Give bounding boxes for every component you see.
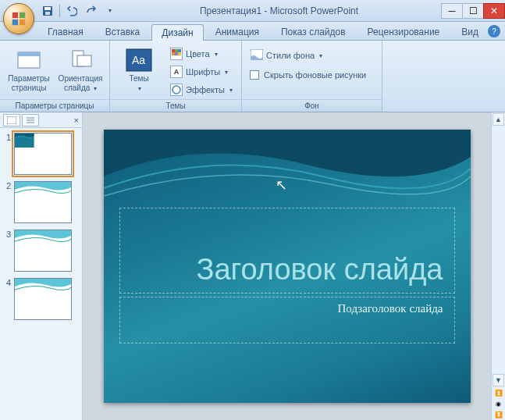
undo-icon[interactable] bbox=[65, 4, 79, 18]
tab-review[interactable]: Рецензирование bbox=[357, 23, 450, 40]
fonts-icon: A bbox=[170, 66, 183, 78]
svg-rect-13 bbox=[172, 49, 175, 52]
svg-rect-8 bbox=[18, 52, 40, 56]
fonts-button[interactable]: A Шрифты▾ bbox=[166, 63, 236, 80]
colors-label: Цвета bbox=[186, 49, 210, 59]
svg-rect-16 bbox=[172, 52, 175, 55]
svg-rect-17 bbox=[175, 52, 178, 55]
svg-rect-1 bbox=[20, 12, 25, 18]
outline-tab[interactable] bbox=[22, 114, 39, 126]
hide-bg-label: Скрыть фоновые рисунки bbox=[264, 70, 366, 80]
slide-editor[interactable]: Заголовок слайда Подзаголовок слайда ↖ bbox=[83, 112, 491, 420]
slide-thumbnail[interactable] bbox=[14, 181, 72, 223]
page-setup-label: Параметры страницы bbox=[7, 74, 51, 93]
svg-rect-3 bbox=[20, 20, 25, 25]
nav-menu-icon[interactable]: ◉ bbox=[492, 398, 505, 409]
orientation-icon bbox=[68, 46, 93, 74]
title-placeholder[interactable]: Заголовок слайда bbox=[119, 208, 455, 294]
svg-rect-6 bbox=[45, 12, 50, 15]
svg-rect-0 bbox=[12, 12, 18, 18]
office-button[interactable] bbox=[3, 3, 34, 34]
slide-thumbnail[interactable] bbox=[14, 230, 72, 272]
colors-button[interactable]: Цвета▾ bbox=[166, 45, 236, 62]
group-label-page-setup: Параметры страницы bbox=[0, 99, 109, 112]
svg-rect-10 bbox=[77, 55, 91, 66]
themes-button[interactable]: Aa Темы▾ bbox=[115, 44, 163, 99]
maximize-button[interactable]: ☐ bbox=[462, 3, 484, 19]
subtitle-text: Подзаголовок слайда bbox=[338, 302, 443, 338]
effects-button[interactable]: Эффекты▾ bbox=[166, 81, 236, 98]
hide-bg-checkbox[interactable] bbox=[250, 70, 259, 80]
page-setup-button[interactable]: Параметры страницы bbox=[5, 44, 53, 99]
scroll-track[interactable] bbox=[492, 126, 505, 373]
window-title: Презентация1 - Microsoft PowerPoint bbox=[116, 5, 442, 16]
themes-label: Темы▾ bbox=[129, 74, 148, 94]
help-icon[interactable]: ? bbox=[488, 25, 500, 37]
svg-rect-14 bbox=[175, 49, 178, 52]
colors-icon bbox=[170, 48, 183, 60]
prev-slide-icon[interactable]: ⏫ bbox=[492, 387, 505, 398]
save-icon[interactable] bbox=[41, 4, 55, 18]
tab-view[interactable]: Вид bbox=[451, 23, 489, 40]
thumb-number: 4 bbox=[3, 278, 11, 320]
thumb-number: 3 bbox=[3, 230, 11, 272]
effects-label: Эффекты bbox=[186, 85, 225, 94]
orientation-label: Ориентация слайда ▾ bbox=[59, 74, 103, 94]
group-label-background: Фон bbox=[242, 99, 382, 112]
svg-rect-21 bbox=[7, 116, 16, 124]
svg-text:Aa: Aa bbox=[132, 54, 145, 66]
background-styles-button[interactable]: Стили фона▾ bbox=[247, 47, 377, 64]
svg-rect-5 bbox=[44, 7, 51, 10]
qat-separator bbox=[59, 5, 60, 17]
close-button[interactable]: ✕ bbox=[483, 3, 505, 19]
scroll-down-icon[interactable]: ▼ bbox=[493, 374, 504, 386]
redo-icon[interactable] bbox=[84, 4, 98, 18]
tab-slideshow[interactable]: Показ слайдов bbox=[271, 23, 356, 40]
page-setup-icon bbox=[16, 46, 41, 74]
thumbnails-tab[interactable] bbox=[3, 114, 20, 126]
slide-thumbnail[interactable] bbox=[14, 133, 72, 175]
orientation-button[interactable]: Ориентация слайда ▾ bbox=[56, 44, 105, 99]
hide-bg-checkbox-row[interactable]: Скрыть фоновые рисунки bbox=[247, 69, 377, 81]
subtitle-placeholder[interactable]: Подзаголовок слайда bbox=[119, 297, 455, 343]
bg-styles-icon bbox=[251, 49, 263, 62]
tab-insert[interactable]: Вставка bbox=[95, 23, 151, 40]
slide-canvas[interactable]: Заголовок слайда Подзаголовок слайда ↖ bbox=[104, 130, 471, 403]
pane-close-icon[interactable]: × bbox=[74, 116, 79, 125]
effects-icon bbox=[170, 84, 183, 96]
minimize-button[interactable]: ─ bbox=[441, 3, 463, 19]
vertical-scrollbar[interactable]: ▲ ▼ ⏫ ◉ ⏬ bbox=[491, 112, 505, 420]
thumb-number: 2 bbox=[3, 181, 11, 223]
thumb-number: 1 bbox=[3, 133, 11, 175]
tab-home[interactable]: Главная bbox=[37, 23, 94, 40]
tab-design[interactable]: Дизайн bbox=[151, 24, 203, 41]
bg-styles-label: Стили фона bbox=[266, 51, 315, 60]
fonts-label: Шрифты bbox=[186, 67, 220, 77]
svg-point-19 bbox=[172, 86, 180, 94]
slide-thumbnail[interactable] bbox=[14, 278, 72, 320]
thumbnails-pane: 1 2 3 4 bbox=[0, 128, 82, 420]
group-label-themes: Темы bbox=[110, 99, 241, 112]
scroll-up-icon[interactable]: ▲ bbox=[493, 113, 504, 126]
next-slide-icon[interactable]: ⏬ bbox=[492, 409, 505, 420]
tab-animation[interactable]: Анимация bbox=[205, 23, 269, 40]
svg-rect-15 bbox=[178, 49, 181, 52]
qat-customize-icon[interactable]: ▾ bbox=[102, 4, 116, 18]
svg-rect-2 bbox=[12, 20, 18, 25]
svg-rect-18 bbox=[178, 52, 181, 55]
title-text: Заголовок слайда bbox=[196, 253, 443, 287]
themes-icon: Aa bbox=[126, 46, 152, 74]
